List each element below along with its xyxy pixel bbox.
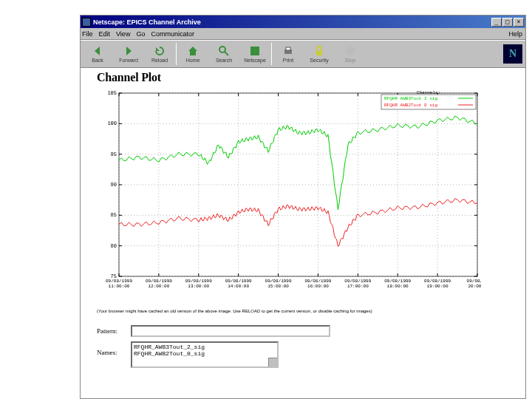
svg-text:09/08/1999: 09/08/1999 bbox=[344, 279, 371, 284]
pattern-label: Pattern: bbox=[97, 327, 131, 335]
security-label: Security bbox=[310, 58, 328, 63]
stop-label: Stop bbox=[345, 58, 355, 63]
security-button[interactable]: Security bbox=[304, 41, 335, 66]
back-icon bbox=[92, 45, 103, 57]
svg-text:95: 95 bbox=[111, 151, 117, 157]
menu-communicator[interactable]: Communicator bbox=[151, 30, 194, 38]
svg-text:100: 100 bbox=[107, 120, 117, 126]
menu-go[interactable]: Go bbox=[136, 30, 145, 38]
svg-text:09/08/19: 09/08/19 bbox=[467, 279, 481, 284]
pattern-row: Pattern: bbox=[97, 325, 518, 337]
reload-icon bbox=[154, 45, 166, 57]
back-label: Back bbox=[92, 58, 103, 63]
names-label: Names: bbox=[97, 341, 131, 356]
toolbar-separator bbox=[176, 43, 177, 65]
resize-handle[interactable] bbox=[268, 358, 277, 366]
svg-text:09/08/1999: 09/08/1999 bbox=[304, 279, 331, 284]
search-label: Search bbox=[216, 58, 232, 63]
reload-button[interactable]: Reload bbox=[144, 41, 175, 66]
svg-rect-2 bbox=[250, 47, 259, 55]
app-icon bbox=[82, 18, 91, 27]
window-close-button[interactable]: × bbox=[514, 18, 524, 27]
svg-text:09/08/1999: 09/08/1999 bbox=[225, 279, 252, 284]
window-minimize-button[interactable]: _ bbox=[491, 18, 502, 27]
netscape-button[interactable]: Netscape bbox=[239, 41, 270, 66]
menu-edit[interactable]: Edit bbox=[99, 30, 111, 38]
print-button[interactable]: Print bbox=[273, 41, 304, 66]
menu-bar: File Edit View Go Communicator Help bbox=[81, 28, 525, 40]
stop-button[interactable]: Stop bbox=[335, 41, 366, 66]
names-select[interactable]: RFQHR_AWB3Tout_2_sig RFQHR_AWB2Tout_0_si… bbox=[131, 341, 279, 368]
svg-text:RFQHR AWB2Tout 0 sig: RFQHR AWB2Tout 0 sig bbox=[384, 103, 437, 108]
page-content: Channel Plot 7580859095100105Channels:RF… bbox=[81, 68, 525, 398]
svg-text:20:00:0: 20:00:0 bbox=[468, 284, 481, 289]
svg-text:19:00:00: 19:00:00 bbox=[427, 284, 449, 289]
window-maximize-button[interactable]: □ bbox=[502, 18, 513, 27]
svg-text:80: 80 bbox=[111, 243, 117, 249]
svg-text:11:00:00: 11:00:00 bbox=[109, 284, 130, 289]
list-item[interactable]: RFQHR_AWB3Tout_2_sig bbox=[134, 344, 276, 350]
forward-button[interactable]: Forward bbox=[113, 41, 144, 66]
netscape-icon bbox=[249, 45, 261, 57]
lock-icon bbox=[313, 45, 325, 57]
print-label: Print bbox=[283, 58, 293, 63]
title-bar: Netscape: EPICS Channel Archive _ □ × bbox=[81, 16, 525, 28]
svg-marker-6 bbox=[346, 47, 355, 55]
search-button[interactable]: Search bbox=[208, 41, 239, 66]
reload-label: Reload bbox=[151, 58, 168, 63]
svg-text:12:00:00: 12:00:00 bbox=[148, 284, 169, 289]
svg-text:16:00:00: 16:00:00 bbox=[307, 284, 329, 289]
names-row: Names: RFQHR_AWB3Tout_2_sig RFQHR_AWB2To… bbox=[97, 341, 518, 368]
home-icon bbox=[187, 45, 199, 57]
search-icon bbox=[218, 45, 230, 57]
svg-rect-5 bbox=[316, 51, 322, 55]
pattern-input[interactable] bbox=[131, 325, 330, 337]
netscape-logo: N bbox=[503, 44, 522, 64]
home-label: Home bbox=[186, 58, 200, 63]
svg-text:15:00:00: 15:00:00 bbox=[267, 284, 289, 289]
forward-label: Forward bbox=[119, 58, 138, 63]
toolbar: Back Forward Reload Home Search Netscape… bbox=[81, 40, 525, 68]
forward-icon bbox=[123, 45, 134, 57]
svg-text:09/08/1999: 09/08/1999 bbox=[146, 279, 172, 284]
svg-point-0 bbox=[219, 47, 225, 52]
page-title: Channel Plot bbox=[97, 71, 518, 84]
channel-chart: 7580859095100105Channels:RFQHR AWB3Tout … bbox=[97, 87, 481, 301]
window-title: Netscape: EPICS Channel Archive bbox=[93, 18, 491, 26]
svg-text:105: 105 bbox=[107, 90, 117, 96]
home-button[interactable]: Home bbox=[177, 41, 208, 66]
svg-text:09/08/1999: 09/08/1999 bbox=[185, 279, 212, 284]
print-icon bbox=[282, 45, 294, 57]
svg-text:18:00:00: 18:00:00 bbox=[387, 284, 409, 289]
svg-text:14:00:00: 14:00:00 bbox=[228, 284, 249, 289]
svg-rect-4 bbox=[286, 47, 290, 50]
svg-text:13:00:00: 13:00:00 bbox=[188, 284, 209, 289]
svg-text:RFQHR AWB3Tout 2 sig: RFQHR AWB3Tout 2 sig bbox=[384, 96, 437, 101]
netscape-label: Netscape bbox=[244, 58, 266, 63]
svg-text:85: 85 bbox=[111, 212, 117, 218]
svg-text:09/08/1999: 09/08/1999 bbox=[106, 279, 132, 284]
menu-view[interactable]: View bbox=[116, 30, 130, 38]
svg-text:Channels:: Channels: bbox=[417, 90, 440, 95]
list-item[interactable]: RFQHR_AWB2Tout_0_sig bbox=[134, 350, 276, 357]
menu-help[interactable]: Help bbox=[508, 30, 522, 38]
cache-advisory: (Your browser might have cached an old v… bbox=[97, 309, 518, 313]
svg-text:09/08/1999: 09/08/1999 bbox=[424, 279, 451, 284]
stop-icon bbox=[344, 45, 356, 57]
svg-line-1 bbox=[225, 52, 228, 55]
svg-text:09/08/1999: 09/08/1999 bbox=[384, 279, 411, 284]
svg-text:09/08/1999: 09/08/1999 bbox=[265, 279, 292, 284]
app-window: Netscape: EPICS Channel Archive _ □ × Fi… bbox=[80, 15, 526, 399]
svg-text:90: 90 bbox=[111, 182, 117, 188]
menu-file[interactable]: File bbox=[82, 30, 93, 38]
toolbar-separator bbox=[271, 43, 272, 65]
back-button[interactable]: Back bbox=[82, 41, 113, 66]
svg-text:17:00:00: 17:00:00 bbox=[347, 284, 369, 289]
